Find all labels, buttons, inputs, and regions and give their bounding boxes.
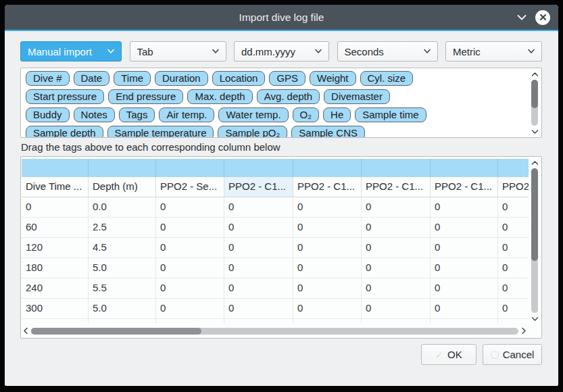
column-header[interactable]: PPO2 - Se...	[156, 177, 224, 197]
drop-target-cell[interactable]	[362, 159, 431, 177]
tag-gps[interactable]: GPS	[269, 71, 305, 86]
tag-he[interactable]: He	[323, 107, 351, 122]
chevron-up-icon[interactable]	[531, 158, 539, 167]
tag-sample-depth[interactable]: Sample depth	[26, 126, 103, 138]
tag-air-temp[interactable]: Air temp.	[159, 107, 214, 122]
table-cell: 0	[224, 278, 293, 299]
import-dialog-window: Import dive log file Manual import Tab	[5, 5, 558, 386]
table-cell: 0	[293, 258, 362, 278]
drop-target-cell[interactable]	[156, 159, 224, 177]
import-mode-value: Manual import	[28, 46, 107, 57]
ok-button[interactable]: ✓ OK	[421, 344, 476, 365]
table-cell: 0	[362, 258, 431, 278]
scrollbar-thumb[interactable]	[31, 328, 201, 335]
tag-sample-time[interactable]: Sample time	[355, 107, 426, 122]
tag-weight[interactable]: Weight	[310, 71, 356, 86]
table-cell: 0	[498, 278, 529, 299]
tag-o2[interactable]: O₂	[293, 107, 320, 122]
date-format-select[interactable]: dd.mm.yyyy	[234, 41, 329, 62]
tag-tags[interactable]: Tags	[119, 107, 155, 122]
table-cell: 0	[224, 218, 293, 238]
tag-row: BuddyNotesTagsAir temp.Water temp.O₂HeSa…	[24, 106, 528, 124]
column-header[interactable]: Depth (m)	[89, 177, 156, 197]
tag-notes[interactable]: Notes	[74, 107, 115, 122]
scrollbar-track[interactable]	[31, 328, 518, 335]
chevron-down-icon[interactable]	[531, 314, 539, 323]
table-cell: 0	[362, 299, 431, 319]
tag-palette-scrollbar[interactable]	[529, 70, 540, 136]
table-row: 300 5.0 0 0 0 0 0 0	[22, 299, 529, 319]
table-cell: 0	[431, 218, 498, 238]
tag-date[interactable]: Date	[74, 71, 110, 86]
chevron-left-icon[interactable]	[23, 326, 28, 335]
table-cell: 0	[431, 197, 498, 218]
tag-divemaster[interactable]: Divemaster	[324, 89, 390, 104]
units-select[interactable]: Metric	[445, 41, 542, 62]
drop-target-cell[interactable]	[89, 159, 156, 177]
scrollbar-thumb[interactable]	[531, 168, 538, 261]
tag-water-temp[interactable]: Water temp.	[218, 107, 288, 122]
drop-target-cell[interactable]	[224, 159, 293, 177]
date-format-value: dd.mm.yyyy	[241, 46, 314, 57]
tag-dive-number[interactable]: Dive #	[26, 71, 70, 86]
table-cell: 0	[498, 258, 529, 278]
import-options-row: Manual import Tab dd.mm.yyyy Seconds Met…	[20, 41, 542, 62]
table-cell: 0.0	[89, 197, 156, 218]
drop-target-cell[interactable]	[498, 159, 529, 177]
drop-target-cell[interactable]	[431, 159, 498, 177]
chevron-up-icon[interactable]	[531, 70, 539, 78]
tag-sample-po2[interactable]: Sample pO₂	[218, 126, 287, 138]
cancel-icon	[491, 351, 499, 359]
scrollbar-track[interactable]	[531, 168, 538, 313]
cancel-button-label: Cancel	[503, 349, 535, 360]
scrollbar-thumb[interactable]	[531, 80, 538, 108]
chevron-down-icon[interactable]	[531, 127, 539, 136]
tag-sample-temperature[interactable]: Sample temperature	[107, 126, 214, 138]
table-vertical-scrollbar[interactable]	[529, 158, 540, 323]
field-separator-value: Tab	[137, 46, 212, 57]
tag-cyl-size[interactable]: Cyl. size	[360, 71, 414, 86]
titlebar[interactable]: Import dive log file	[5, 5, 558, 30]
table-header-row: Dive Time ... Depth (m) PPO2 - Se... PPO…	[22, 177, 529, 197]
table-cell: 0	[362, 218, 431, 238]
column-header[interactable]: Dive Time ...	[22, 177, 89, 197]
column-header[interactable]: PPO2 - C1...	[431, 177, 498, 197]
window-title: Import dive log file	[239, 11, 324, 24]
tag-max-depth[interactable]: Max. depth	[187, 89, 252, 104]
chevron-right-icon[interactable]	[521, 326, 527, 335]
chevron-down-icon[interactable]	[516, 14, 527, 21]
table-cell: 0	[293, 299, 362, 319]
table-cell: 0	[224, 299, 293, 319]
table-cell: 0	[431, 238, 498, 258]
tag-location[interactable]: Location	[212, 71, 266, 86]
table-cell: 180	[22, 258, 89, 278]
tag-buddy[interactable]: Buddy	[26, 107, 70, 122]
cancel-button[interactable]: Cancel	[483, 344, 542, 365]
chevron-down-icon	[527, 49, 535, 54]
table-horizontal-scrollbar[interactable]	[23, 325, 527, 337]
ok-button-label: OK	[447, 349, 462, 360]
tag-end-pressure[interactable]: End pressure	[108, 89, 183, 104]
import-mode-select[interactable]: Manual import	[20, 41, 122, 62]
column-header[interactable]: PPO2 - C1...	[224, 177, 293, 197]
tag-time[interactable]: Time	[114, 71, 151, 86]
units-value: Metric	[453, 46, 527, 57]
table-cell: 0	[22, 197, 89, 218]
tag-sample-cns[interactable]: Sample CNS	[291, 126, 365, 138]
duration-format-select[interactable]: Seconds	[337, 41, 438, 62]
table-row: 180 5.0 0 0 0 0 0 0	[22, 258, 529, 278]
drop-target-cell[interactable]	[293, 159, 362, 177]
tag-start-pressure[interactable]: Start pressure	[26, 89, 104, 104]
tag-duration[interactable]: Duration	[155, 71, 208, 86]
table-cell: 0	[431, 258, 498, 278]
table-cell: 0	[156, 258, 224, 278]
drop-target-cell[interactable]	[22, 159, 89, 177]
scrollbar-track[interactable]	[531, 80, 538, 126]
column-header[interactable]: PPO2	[498, 177, 529, 197]
field-separator-select[interactable]: Tab	[130, 41, 226, 62]
tag-avg-depth[interactable]: Avg. depth	[257, 89, 320, 104]
close-icon[interactable]	[535, 10, 550, 25]
column-header[interactable]: PPO2 - C1...	[293, 177, 362, 197]
column-header[interactable]: PPO2 - C1...	[362, 177, 431, 197]
table-cell: 0	[156, 238, 224, 258]
